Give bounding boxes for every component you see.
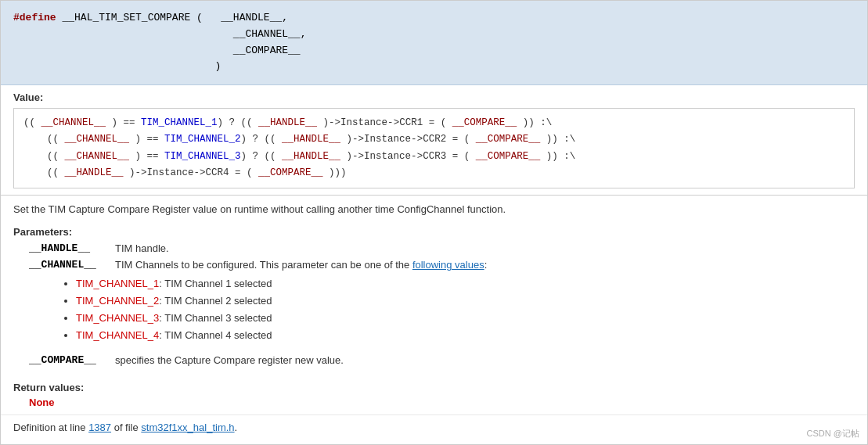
tim-channel-1: TIM_CHANNEL_1 xyxy=(141,117,218,128)
tim-channel-3: TIM_CHANNEL_3 xyxy=(164,151,241,162)
param-compare-name: __COMPARE__ xyxy=(29,354,115,366)
parameters-title: Parameters: xyxy=(13,226,855,238)
channel-ref-1: __CHANNEL__ xyxy=(41,117,106,128)
return-title: Return values: xyxy=(13,382,855,393)
main-container: #define __HAL_TIM_SET_COMPARE ( __HANDLE… xyxy=(0,0,868,445)
param-channel-row: __CHANNEL__ TIM Channels to be configure… xyxy=(29,259,855,349)
definition-line: Definition at line 1387 of file stm32f1x… xyxy=(1,414,867,438)
channel-ref-3: __CHANNEL__ xyxy=(65,151,130,162)
channel-values-list: TIM_CHANNEL_1: TIM Channel 1 selected TI… xyxy=(76,275,272,344)
definition-line-number[interactable]: 1387 xyxy=(88,422,111,433)
definition-suffix: . xyxy=(235,422,238,433)
compare-ref-1: __COMPARE__ xyxy=(452,117,517,128)
param-channel-name: __CHANNEL__ xyxy=(29,259,115,271)
value-section: Value: (( __CHANNEL__ ) == TIM_CHANNEL_1… xyxy=(1,85,867,196)
tim-channel-2: TIM_CHANNEL_2 xyxy=(164,134,241,145)
macro-definition: #define __HAL_TIM_SET_COMPARE ( __HANDLE… xyxy=(13,10,855,75)
parameters-section: Parameters: __HANDLE__ TIM handle. __CHA… xyxy=(1,221,867,376)
close-paren: ) xyxy=(214,60,221,72)
param-channel-header: __CHANNEL__, xyxy=(233,28,307,40)
compare-ref-3: __COMPARE__ xyxy=(476,151,541,162)
code-line-3: (( __CHANNEL__ ) == TIM_CHANNEL_3) ? (( … xyxy=(23,149,845,165)
definition-file-link[interactable]: stm32f1xx_hal_tim.h xyxy=(141,422,234,433)
param-compare-header: __COMPARE__ xyxy=(233,45,301,56)
param-channel-desc: TIM Channels to be configured. This para… xyxy=(115,259,487,271)
channel-val-2: TIM_CHANNEL_2: TIM Channel 2 selected xyxy=(76,292,272,310)
return-value: None xyxy=(29,397,855,408)
code-line-2: (( __CHANNEL__ ) == TIM_CHANNEL_2) ? (( … xyxy=(23,131,845,148)
handle-ref-4: __HANDLE__ xyxy=(65,167,124,178)
channel-val-3: TIM_CHANNEL_3: TIM Channel 3 selected xyxy=(76,310,272,327)
handle-ref-2: __HANDLE__ xyxy=(282,134,340,145)
channel-val-1: TIM_CHANNEL_1: TIM Channel 1 selected xyxy=(76,275,272,292)
code-line-1: (( __CHANNEL__ ) == TIM_CHANNEL_1) ? (( … xyxy=(23,115,845,131)
definition-middle: of file xyxy=(111,422,141,433)
return-section: Return values: None xyxy=(1,377,867,414)
param-handle-header: __HANDLE__, xyxy=(221,12,288,23)
channel-val-4: TIM_CHANNEL_4: TIM Channel 4 selected xyxy=(76,327,272,344)
compare-ref-4: __COMPARE__ xyxy=(258,167,323,178)
define-keyword: #define xyxy=(13,12,56,23)
following-values-link[interactable]: following values xyxy=(412,259,484,271)
compare-ref-2: __COMPARE__ xyxy=(476,134,541,145)
value-label: Value: xyxy=(13,92,855,103)
macro-name: __HAL_TIM_SET_COMPARE xyxy=(62,12,190,23)
code-line-4: (( __HANDLE__ )->Instance->CCR4 = ( __CO… xyxy=(23,165,845,181)
param-compare-desc: specifies the Capture Compare register n… xyxy=(115,354,855,366)
channel-ref-2: __CHANNEL__ xyxy=(65,134,130,145)
header-section: #define __HAL_TIM_SET_COMPARE ( __HANDLE… xyxy=(1,1,867,85)
definition-prefix: Definition at line xyxy=(13,422,88,433)
handle-ref-1: __HANDLE__ xyxy=(258,117,317,128)
handle-ref-3: __HANDLE__ xyxy=(282,151,340,162)
param-handle-desc: TIM handle. xyxy=(115,242,855,254)
param-handle-name: __HANDLE__ xyxy=(29,242,115,254)
value-code-block: (( __CHANNEL__ ) == TIM_CHANNEL_1) ? (( … xyxy=(13,108,855,188)
watermark: CSDN @记帖 xyxy=(807,428,859,440)
param-handle-row: __HANDLE__ TIM handle. xyxy=(29,242,855,254)
description: Set the TIM Capture Compare Register val… xyxy=(1,196,867,221)
param-compare-row: __COMPARE__ specifies the Capture Compar… xyxy=(29,354,855,366)
